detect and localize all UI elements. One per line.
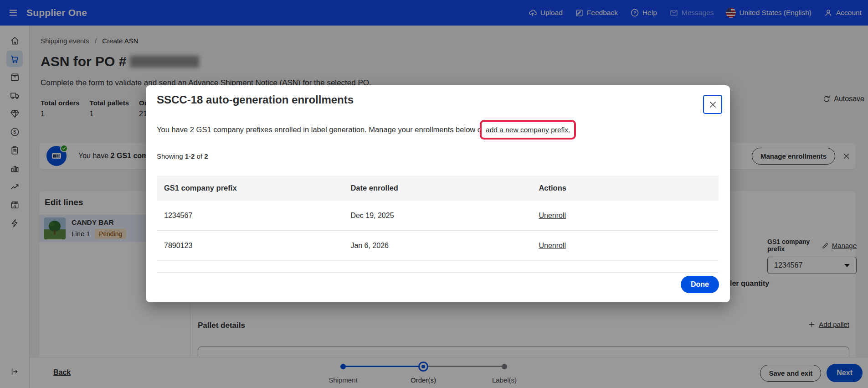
annotation-highlight-box: add a new company prefix. — [480, 120, 576, 140]
done-button[interactable]: Done — [681, 276, 719, 293]
unenroll-link[interactable]: Unenroll — [539, 212, 566, 219]
unenroll-link[interactable]: Unenroll — [539, 242, 566, 249]
enrollments-table: GS1 company prefix Date enrolled Actions… — [157, 176, 719, 273]
of-word: of — [197, 152, 203, 160]
add-company-prefix-link[interactable]: add a new company prefix. — [486, 126, 570, 134]
cell-date: Jan 6, 2026 — [350, 242, 539, 250]
table-row: 7890123 Jan 6, 2026 Unenroll — [157, 231, 719, 261]
col-date-enrolled: Date enrolled — [350, 184, 539, 192]
cell-prefix: 7890123 — [157, 242, 350, 250]
sscc18-enrollments-modal: SSCC-18 auto-generation enrollments You … — [146, 85, 730, 302]
results-count: Showing 1-2 of 2 — [157, 152, 208, 160]
cell-date: Dec 19, 2025 — [350, 212, 539, 220]
showing-range: 1-2 — [185, 152, 195, 160]
showing-word: Showing — [157, 152, 183, 160]
app-root: Supplier One Upload Feedback ? Help Mess… — [0, 0, 868, 388]
showing-total: 2 — [204, 152, 208, 160]
modal-close-button[interactable] — [703, 95, 722, 114]
cell-prefix: 1234567 — [157, 212, 350, 220]
col-actions: Actions — [539, 184, 719, 192]
table-footer-spacer — [157, 261, 719, 273]
table-header-row: GS1 company prefix Date enrolled Actions — [157, 176, 719, 201]
col-gs1-prefix: GS1 company prefix — [157, 184, 350, 192]
modal-body-text: You have 2 GS1 company prefixes enrolled… — [157, 124, 719, 136]
close-icon — [709, 100, 717, 109]
table-row: 1234567 Dec 19, 2025 Unenroll — [157, 201, 719, 231]
modal-body-prefix: You have 2 GS1 company prefixes enrolled… — [157, 125, 484, 134]
modal-title: SSCC-18 auto-generation enrollments — [157, 93, 354, 106]
